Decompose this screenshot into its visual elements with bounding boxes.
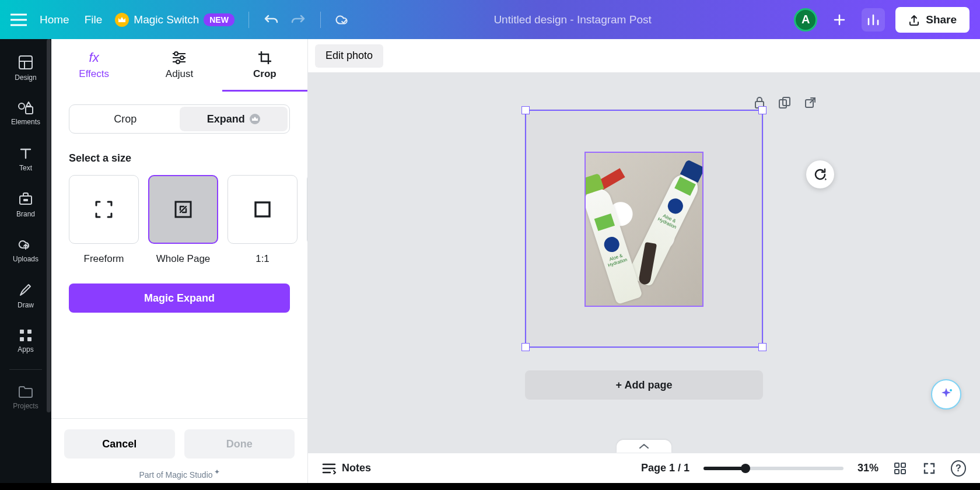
svg-rect-6 <box>27 330 32 334</box>
rail-design[interactable]: Design <box>4 47 48 89</box>
new-badge: NEW <box>204 13 235 26</box>
share-label: Share <box>926 13 957 26</box>
svg-rect-22 <box>901 470 905 474</box>
segment-label: Expand <box>207 113 245 125</box>
user-avatar[interactable]: A <box>794 8 817 32</box>
redo-button[interactable] <box>290 12 306 28</box>
grid-view-button[interactable] <box>892 461 908 476</box>
cancel-button[interactable]: Cancel <box>64 429 175 459</box>
fullscreen-button[interactable] <box>922 461 937 476</box>
photo-crop-bounds[interactable]: Aloe & Hydration Aloe & Hydration <box>584 152 704 307</box>
svg-point-10 <box>180 56 184 60</box>
hamburger-menu-icon[interactable] <box>10 13 27 26</box>
rail-label: Brand <box>16 210 35 218</box>
notes-icon <box>322 463 336 474</box>
tab-crop[interactable]: Crop <box>222 39 307 92</box>
magic-switch-button[interactable]: Magic Switch NEW <box>115 13 235 27</box>
select-size-heading: Select a size <box>69 152 290 164</box>
rail-label: Elements <box>11 118 40 126</box>
separator <box>320 12 321 28</box>
cloud-sync-icon[interactable] <box>335 12 351 28</box>
crop-expand-segment: Crop Expand <box>69 104 290 134</box>
share-button[interactable]: Share <box>895 7 970 33</box>
help-icon: ? <box>951 460 966 477</box>
rail-label: Apps <box>18 345 33 354</box>
design-title-input[interactable]: Untitled design - Instagram Post <box>494 13 651 26</box>
rail-elements[interactable]: Elements <box>4 93 48 135</box>
open-in-new-icon[interactable] <box>804 96 817 111</box>
shapes-icon <box>18 102 34 114</box>
svg-rect-21 <box>895 470 899 474</box>
product-photo: Aloe & Hydration Aloe & Hydration <box>586 153 702 306</box>
expand-icon <box>174 201 192 218</box>
pencil-icon <box>18 282 33 298</box>
upload-icon <box>908 14 920 26</box>
size-1-1[interactable]: 1:1 <box>228 175 298 265</box>
svg-point-1 <box>19 103 24 109</box>
svg-rect-7 <box>20 337 24 341</box>
sparkle-icon <box>939 387 954 402</box>
undo-button[interactable] <box>263 12 279 28</box>
rail-apps[interactable]: Apps <box>4 320 48 362</box>
size-label: Whole Page <box>148 253 218 265</box>
resize-handle-bl[interactable] <box>522 343 530 351</box>
svg-rect-4 <box>23 199 28 201</box>
magic-studio-note: Part of Magic Studio✦ <box>64 468 295 480</box>
done-button[interactable]: Done <box>184 429 295 459</box>
resize-handle-tr[interactable] <box>758 106 766 114</box>
tab-adjust[interactable]: Adjust <box>136 39 222 92</box>
segment-expand[interactable]: Expand <box>180 107 288 131</box>
size-next-peek[interactable] <box>307 175 307 265</box>
segment-crop[interactable]: Crop <box>71 107 180 131</box>
rail-label: Draw <box>18 301 34 309</box>
size-label: 1:1 <box>228 253 298 265</box>
page-indicator[interactable]: Page 1 / 1 <box>641 462 690 474</box>
rail-brand[interactable]: Brand <box>4 184 48 226</box>
rail-draw[interactable]: Draw <box>4 275 48 317</box>
svg-rect-5 <box>20 330 24 334</box>
size-label: Freeform <box>69 253 139 265</box>
notes-button[interactable]: Notes <box>322 462 371 474</box>
folder-icon <box>18 386 33 398</box>
tab-effects[interactable]: fx Effects <box>51 39 136 92</box>
resize-handle-tl[interactable] <box>522 106 530 114</box>
rail-scrollbar[interactable] <box>46 39 51 483</box>
svg-rect-0 <box>19 56 32 69</box>
file-menu[interactable]: File <box>82 10 105 30</box>
timeline-drawer-handle[interactable] <box>617 440 671 453</box>
insights-button[interactable] <box>862 8 885 32</box>
size-freeform[interactable]: Freeform <box>69 175 139 265</box>
zoom-slider[interactable] <box>704 467 844 470</box>
home-link[interactable]: Home <box>37 10 72 30</box>
svg-rect-8 <box>27 337 32 341</box>
duplicate-page-icon[interactable] <box>778 96 791 111</box>
left-rail: Design Elements Text Brand Uploads Draw … <box>0 39 51 483</box>
canvas-viewport[interactable]: Aloe & Hydration Aloe & Hydration <box>308 73 980 453</box>
rail-label: Design <box>15 74 36 82</box>
rail-label: Projects <box>13 402 38 410</box>
sliders-icon <box>172 51 187 65</box>
add-page-button[interactable]: + Add page <box>525 370 763 400</box>
separator <box>249 12 249 28</box>
crop-panel: fx Effects Adjust Crop Crop Expand <box>51 39 308 483</box>
regenerate-fab[interactable] <box>806 160 834 188</box>
magic-expand-button[interactable]: Magic Expand <box>69 284 290 313</box>
os-dock-strip <box>0 483 980 490</box>
svg-point-11 <box>176 60 180 64</box>
help-button[interactable]: ? <box>951 461 966 476</box>
magic-assistant-fab[interactable] <box>931 379 961 410</box>
add-member-button[interactable] <box>828 8 851 32</box>
svg-rect-20 <box>901 463 905 467</box>
resize-handle-br[interactable] <box>758 343 766 351</box>
rail-text[interactable]: Text <box>4 138 48 180</box>
rail-uploads[interactable]: Uploads <box>4 229 48 271</box>
edit-photo-button[interactable]: Edit photo <box>315 44 383 68</box>
svg-rect-19 <box>895 463 899 467</box>
svg-rect-13 <box>256 202 270 216</box>
rail-label: Uploads <box>13 255 38 263</box>
svg-point-18 <box>950 389 952 391</box>
zoom-percent[interactable]: 31% <box>858 462 878 474</box>
size-whole-page[interactable]: Whole Page <box>148 175 218 265</box>
rail-projects[interactable]: Projects <box>4 377 48 419</box>
page-frame[interactable]: Aloe & Hydration Aloe & Hydration <box>525 110 763 348</box>
